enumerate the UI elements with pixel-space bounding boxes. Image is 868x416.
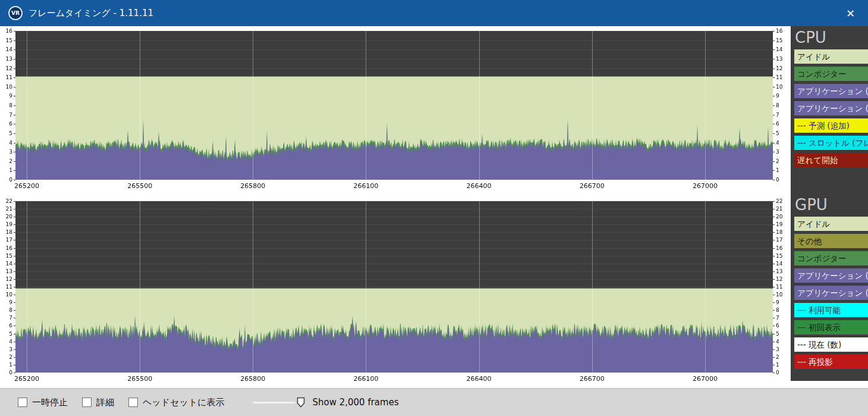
pause-label: 一時停止: [32, 397, 68, 408]
vr-logo-icon: VR: [8, 6, 23, 20]
pause-checkbox[interactable]: [18, 398, 27, 407]
legend-section: GPUアイドルその他コンポジターアプリケーション (ビュー)アプリケーション (…: [791, 195, 868, 369]
gpu-chart-panel: [0, 198, 791, 383]
legend-item: --- スロットル (フレーム): [794, 136, 868, 150]
titlebar: VR フレームタイミング - 1.11.11 ✕: [0, 0, 868, 26]
legend-item: コンポジター: [794, 67, 868, 81]
legend-item: --- 利用可能: [794, 303, 868, 317]
charts-column: [0, 26, 791, 388]
show-in-headset-checkbox[interactable]: [128, 398, 138, 407]
frame-count-slider-handle[interactable]: [297, 397, 305, 408]
legend-section-title: CPU: [791, 27, 868, 48]
legend-section: CPUアイドルコンポジターアプリケーション (レンダー)アプリケーション (その…: [791, 27, 868, 167]
legend-item: アプリケーション (その他): [794, 286, 868, 300]
show-in-headset-label: ヘッドセットに表示: [143, 397, 224, 408]
gpu-frame-timing-chart: [0, 198, 788, 383]
legend-sidebar: CPUアイドルコンポジターアプリケーション (レンダー)アプリケーション (その…: [791, 26, 868, 381]
frame-count-slider-track[interactable]: [253, 402, 295, 404]
details-label: 詳細: [96, 397, 114, 408]
frame-timing-window: VR フレームタイミング - 1.11.11 ✕ CPUアイドルコンポジターアプ…: [0, 0, 868, 416]
frame-count-label: Show 2,000 frames: [312, 397, 398, 408]
content-area: CPUアイドルコンポジターアプリケーション (レンダー)アプリケーション (その…: [0, 26, 868, 388]
legend-section-title: GPU: [791, 195, 868, 215]
slider-handle-icon: [297, 397, 305, 408]
legend-item: アイドル: [794, 49, 868, 64]
legend-item: --- 現在 (数): [794, 337, 868, 352]
legend-item: その他: [794, 234, 868, 248]
legend-item: --- 初回表示: [794, 320, 868, 334]
bottom-toolbar: 一時停止 詳細 ヘッドセットに表示 Show 2,000 frames: [0, 388, 868, 416]
details-checkbox[interactable]: [82, 398, 92, 407]
pause-check-group: 一時停止: [18, 397, 68, 408]
show-in-headset-check-group: ヘッドセットに表示: [128, 397, 224, 408]
legend-item: コンポジター: [794, 251, 868, 265]
close-button[interactable]: ✕: [841, 6, 860, 21]
legend-item: 遅れて開始: [794, 153, 868, 167]
legend-sidebar-wrap: CPUアイドルコンポジターアプリケーション (レンダー)アプリケーション (その…: [791, 26, 868, 388]
legend-item: アプリケーション (その他): [794, 101, 868, 115]
legend-item: --- 予測 (追加): [794, 118, 868, 133]
legend-item: アイドル: [794, 217, 868, 231]
window-title: フレームタイミング - 1.11.11: [29, 8, 841, 19]
details-check-group: 詳細: [82, 397, 114, 408]
legend-item: アプリケーション (ビュー): [794, 268, 868, 283]
legend-item: アプリケーション (レンダー): [794, 84, 868, 98]
legend-item: --- 再投影: [794, 355, 868, 369]
cpu-chart-panel: [0, 27, 791, 190]
cpu-frame-timing-chart: [0, 27, 788, 190]
